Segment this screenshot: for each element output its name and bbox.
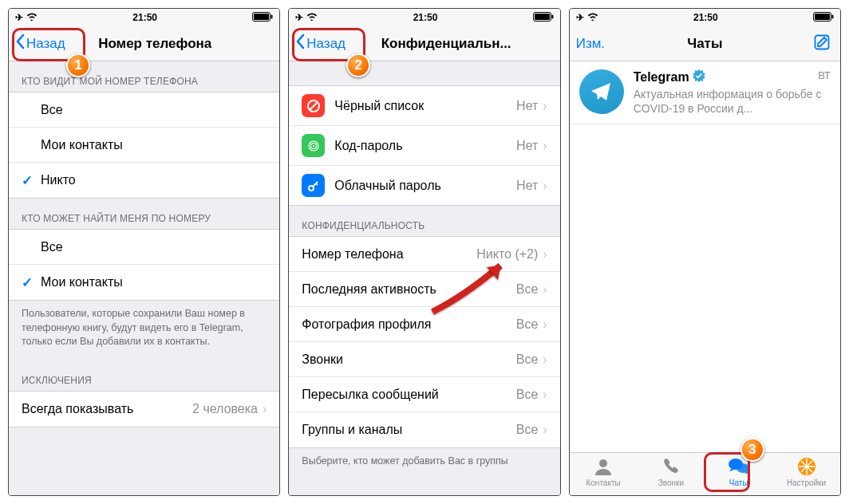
- row-label: Код-пароль: [334, 139, 516, 153]
- option-contacts-find[interactable]: ✓ Мои контакты: [9, 265, 279, 300]
- chat-row-telegram[interactable]: Telegram Актуальная информация о борьбе …: [570, 61, 840, 124]
- cloud-password-row[interactable]: Облачный пароль Нет ›: [289, 166, 559, 205]
- option-label: Все: [41, 240, 267, 254]
- battery-icon: [533, 12, 554, 24]
- svg-rect-13: [815, 14, 830, 20]
- back-button[interactable]: Назад: [15, 33, 65, 53]
- svg-rect-1: [254, 14, 269, 20]
- block-icon: [302, 94, 325, 117]
- security-group: Чёрный список Нет › Код-пароль Нет › Обл…: [289, 85, 559, 206]
- phone-screen-2: ✈ 21:50 Назад Конфиденциальн...: [288, 8, 560, 496]
- back-label: Назад: [26, 36, 65, 52]
- row-detail: Нет: [516, 99, 538, 113]
- row-detail: Все: [516, 317, 539, 332]
- status-time: 21:50: [132, 12, 157, 23]
- contacts-icon: [593, 456, 614, 477]
- tab-bar: Контакты Звонки Чаты Настройки: [570, 452, 840, 495]
- chevron-right-icon: ›: [263, 402, 267, 416]
- option-label: Мои контакты: [41, 275, 267, 289]
- option-contacts[interactable]: ✓ Мои контакты: [9, 128, 279, 163]
- status-time: 21:50: [693, 12, 718, 23]
- chevron-right-icon: ›: [543, 179, 547, 193]
- battery-icon: [252, 12, 273, 24]
- svg-rect-2: [271, 14, 273, 18]
- content-area: КТО ВИДИТ МОЙ НОМЕР ТЕЛЕФОНА ✓ Все ✓ Мои…: [9, 61, 279, 495]
- row-detail: Все: [516, 423, 539, 437]
- forward-row[interactable]: Пересылка сообщений Все ›: [289, 377, 559, 412]
- blacklist-row[interactable]: Чёрный список Нет ›: [289, 86, 559, 126]
- nav-bar: Назад Конфиденциальн...: [289, 26, 559, 61]
- tab-contacts[interactable]: Контакты: [570, 456, 638, 495]
- groups-row[interactable]: Группы и каналы Все ›: [289, 412, 559, 447]
- who-sees-group: ✓ Все ✓ Мои контакты ✓ Никто: [9, 92, 279, 199]
- airplane-icon: ✈: [15, 12, 23, 23]
- svg-point-17: [599, 459, 607, 467]
- tab-settings[interactable]: Настройки: [772, 456, 840, 495]
- row-label: Последняя активность: [302, 282, 515, 297]
- nav-title: Конфиденциальн...: [381, 36, 511, 52]
- phone-screen-1: ✈ 21:50 Назад Номер телефона КТО ВИДИТ М…: [8, 8, 280, 496]
- section-header-exceptions: ИСКЛЮЧЕНИЯ: [9, 360, 279, 391]
- row-detail: Никто (+2): [476, 247, 538, 262]
- option-nobody[interactable]: ✓ Никто: [9, 163, 279, 198]
- svg-line-7: [310, 102, 318, 110]
- calls-icon: [661, 456, 681, 477]
- edit-button[interactable]: Изм.: [576, 36, 605, 52]
- tab-calls[interactable]: Звонки: [637, 456, 705, 495]
- calls-row[interactable]: Звонки Все ›: [289, 342, 559, 377]
- chevron-left-icon: [295, 33, 305, 53]
- check-icon: ✓: [22, 172, 41, 189]
- footer-hint: Пользователи, которые сохранили Ваш номе…: [9, 301, 279, 360]
- chat-time: ВТ: [818, 69, 831, 81]
- chats-list: Telegram Актуальная информация о борьбе …: [570, 61, 840, 452]
- section-header-who-finds: КТО МОЖЕТ НАЙТИ МЕНЯ ПО НОМЕРУ: [9, 199, 279, 229]
- telegram-avatar: [579, 69, 624, 114]
- chat-title: Telegram: [634, 70, 689, 85]
- row-label: Всегда показывать: [22, 402, 192, 416]
- option-label: Мои контакты: [41, 138, 267, 152]
- option-everyone[interactable]: ✓ Все: [9, 93, 279, 128]
- settings-icon: [796, 456, 817, 477]
- row-detail: Все: [516, 388, 539, 402]
- option-label: Никто: [41, 173, 267, 187]
- status-bar: ✈ 21:50: [570, 9, 840, 26]
- row-label: Чёрный список: [334, 99, 516, 113]
- chevron-right-icon: ›: [543, 139, 547, 153]
- check-icon: ✓: [22, 274, 41, 291]
- section-header-who-sees: КТО ВИДИТ МОЙ НОМЕР ТЕЛЕФОНА: [9, 61, 279, 92]
- status-bar: ✈ 21:50: [9, 9, 279, 26]
- chat-preview: Актуальная информация о борьбе с COVID-1…: [634, 87, 831, 116]
- back-button[interactable]: Назад: [295, 33, 346, 53]
- option-everyone-find[interactable]: ✓ Все: [9, 230, 279, 265]
- row-label: Группы и каналы: [302, 423, 515, 437]
- battery-icon: [813, 12, 834, 24]
- touchid-icon: [302, 134, 325, 157]
- option-label: Все: [41, 103, 267, 117]
- last-seen-row[interactable]: Последняя активность Все ›: [289, 272, 559, 307]
- back-label: Назад: [306, 36, 346, 52]
- nav-bar: Назад Номер телефона: [9, 26, 279, 61]
- row-detail: Нет: [516, 179, 538, 193]
- tab-label: Звонки: [658, 478, 684, 487]
- tab-label: Чаты: [729, 478, 748, 487]
- who-finds-group: ✓ Все ✓ Мои контакты: [9, 229, 279, 301]
- row-label: Пересылка сообщений: [302, 388, 515, 402]
- row-detail: Все: [516, 282, 539, 297]
- profile-photo-row[interactable]: Фотография профиля Все ›: [289, 307, 559, 342]
- airplane-icon: ✈: [295, 12, 303, 23]
- tab-chats[interactable]: Чаты: [705, 456, 772, 495]
- phone-number-row[interactable]: Номер телефона Никто (+2) ›: [289, 237, 559, 272]
- verified-icon: [693, 69, 705, 85]
- wifi-icon: [26, 12, 38, 23]
- row-label: Фотография профиля: [302, 317, 515, 332]
- airplane-icon: ✈: [576, 12, 584, 23]
- nav-title: Номер телефона: [98, 36, 211, 52]
- nav-bar: Изм. Чаты: [570, 26, 840, 61]
- chevron-right-icon: ›: [543, 282, 547, 297]
- wifi-icon: [306, 12, 318, 23]
- wifi-icon: [587, 12, 598, 23]
- passcode-row[interactable]: Код-пароль Нет ›: [289, 126, 559, 166]
- phone-screen-3: ✈ 21:50 Изм. Чаты Telegram: [569, 8, 841, 496]
- compose-button[interactable]: [813, 33, 831, 54]
- always-show-row[interactable]: Всегда показывать 2 человека ›: [9, 392, 279, 427]
